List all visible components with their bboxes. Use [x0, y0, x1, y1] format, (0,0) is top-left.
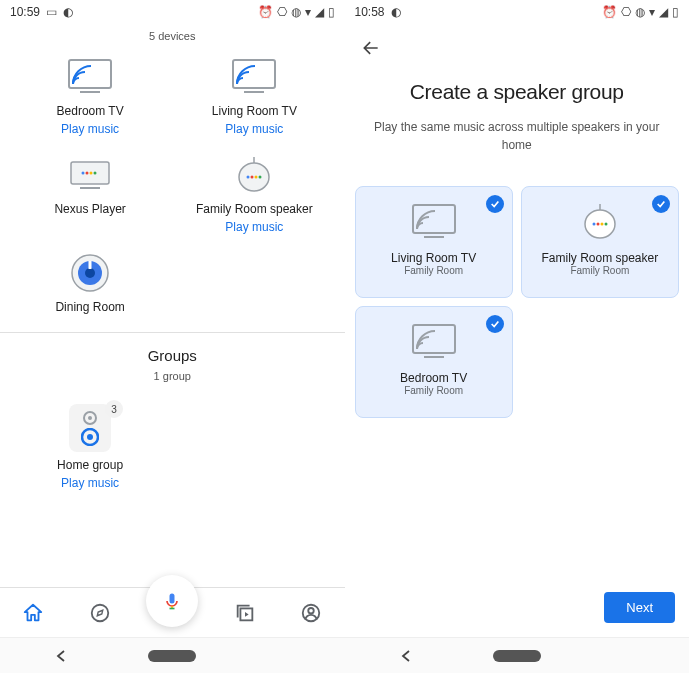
play-music-link[interactable]: Play music — [61, 122, 119, 136]
device-tile-dining-room[interactable]: Dining Room — [8, 242, 172, 322]
device-tile-living-room-tv[interactable]: Living Room TV Play music — [172, 46, 336, 144]
device-tile-family-room-speaker[interactable]: Family Room speaker Play music — [172, 144, 336, 242]
svg-point-8 — [90, 172, 93, 175]
nest-icon — [62, 252, 118, 294]
svg-point-31 — [309, 607, 315, 613]
svg-point-15 — [259, 176, 262, 179]
svg-point-12 — [247, 176, 250, 179]
check-icon — [486, 195, 504, 213]
speaker-tile-family-room-speaker[interactable]: Family Room speaker Family Room — [521, 186, 679, 298]
back-icon[interactable] — [54, 649, 68, 663]
back-icon[interactable] — [399, 649, 413, 663]
tv-icon — [62, 56, 118, 98]
svg-point-36 — [592, 223, 595, 226]
speaker-room: Family Room — [404, 385, 463, 396]
svg-point-38 — [600, 223, 603, 226]
groups-title: Groups — [0, 347, 345, 364]
signal-icon: ◢ — [659, 5, 668, 19]
tv-icon — [406, 201, 462, 243]
device-tile-nexus-player[interactable]: Nexus Player — [8, 144, 172, 242]
group-tile-home-group[interactable]: 3 Home group Play music — [8, 394, 172, 498]
nav-account[interactable] — [291, 593, 331, 633]
page-subtitle: Play the same music across multiple spea… — [345, 118, 690, 154]
svg-point-18 — [85, 268, 95, 278]
svg-point-13 — [251, 176, 254, 179]
alarm-icon: ⏰ — [258, 5, 273, 19]
player-icon — [62, 154, 118, 196]
devices-grid: Bedroom TV Play music Living Room TV Pla… — [0, 46, 345, 322]
svg-point-35 — [585, 210, 615, 238]
notification-icon: ▭ — [46, 5, 57, 19]
svg-point-7 — [86, 172, 89, 175]
check-icon — [486, 315, 504, 333]
android-nav-bar — [0, 637, 345, 673]
speaker-room: Family Room — [570, 265, 629, 276]
bottom-nav — [0, 587, 345, 637]
svg-point-23 — [87, 434, 93, 440]
svg-rect-25 — [170, 593, 175, 603]
wifi-icon: ▾ — [305, 5, 311, 19]
wifi-icon: ▾ — [649, 5, 655, 19]
speaker-name: Living Room TV — [391, 251, 476, 265]
status-bar: 10:59 ▭ ◐ ⏰ ⎔ ◍ ▾ ◢ ▯ — [0, 0, 345, 24]
play-music-link[interactable]: Play music — [225, 220, 283, 234]
speaker-tile-living-room-tv[interactable]: Living Room TV Family Room — [355, 186, 513, 298]
tv-icon — [406, 321, 462, 363]
svg-point-6 — [82, 172, 85, 175]
home-pill[interactable] — [148, 650, 196, 662]
notification-icon: ◐ — [391, 5, 401, 19]
location-icon: ⎔ — [621, 5, 631, 19]
battery-icon: ▯ — [328, 5, 335, 19]
groups-grid: 3 Home group Play music — [0, 386, 345, 498]
battery-icon: ▯ — [672, 5, 679, 19]
svg-point-24 — [92, 604, 109, 621]
speaker-mini-icon — [572, 201, 628, 243]
groups-count: 1 group — [0, 364, 345, 386]
tv-icon — [226, 56, 282, 98]
vibrate-icon: ◍ — [291, 5, 301, 19]
play-music-link[interactable]: Play music — [225, 122, 283, 136]
location-icon: ⎔ — [277, 5, 287, 19]
device-name: Living Room TV — [212, 104, 297, 118]
svg-rect-19 — [89, 261, 92, 269]
group-name: Home group — [57, 458, 123, 472]
device-name: Family Room speaker — [196, 202, 313, 216]
page-title: Create a speaker group — [345, 80, 690, 104]
next-button[interactable]: Next — [604, 592, 675, 623]
device-tile-bedroom-tv[interactable]: Bedroom TV Play music — [8, 46, 172, 144]
nav-discover[interactable] — [80, 593, 120, 633]
speaker-name: Bedroom TV — [400, 371, 467, 385]
group-icon: 3 — [69, 404, 111, 452]
svg-point-37 — [596, 223, 599, 226]
screen-create-speaker-group: 10:58 ◐ ⏰ ⎔ ◍ ▾ ◢ ▯ Create a speaker gro… — [345, 0, 690, 673]
back-button[interactable] — [345, 24, 690, 62]
svg-point-39 — [604, 223, 607, 226]
status-time: 10:59 — [10, 5, 40, 19]
home-pill[interactable] — [493, 650, 541, 662]
nav-mic-button[interactable] — [146, 575, 198, 627]
android-nav-bar — [345, 637, 690, 673]
speaker-tile-bedroom-tv[interactable]: Bedroom TV Family Room — [355, 306, 513, 418]
speaker-name: Family Room speaker — [542, 251, 659, 265]
screen-google-home: 10:59 ▭ ◐ ⏰ ⎔ ◍ ▾ ◢ ▯ 5 devices Bedroom … — [0, 0, 345, 673]
speaker-grid: Living Room TV Family Room Family Room s… — [345, 186, 690, 418]
nav-home[interactable] — [13, 593, 53, 633]
signal-icon: ◢ — [315, 5, 324, 19]
status-time: 10:58 — [355, 5, 385, 19]
device-name: Bedroom TV — [57, 104, 124, 118]
arrow-left-icon — [361, 38, 381, 58]
svg-point-21 — [88, 416, 92, 420]
svg-marker-29 — [245, 612, 249, 617]
nav-media[interactable] — [225, 593, 265, 633]
svg-point-9 — [94, 172, 97, 175]
divider — [0, 332, 345, 333]
play-music-link[interactable]: Play music — [61, 476, 119, 490]
alarm-icon: ⏰ — [602, 5, 617, 19]
svg-point-11 — [239, 163, 269, 191]
vibrate-icon: ◍ — [635, 5, 645, 19]
devices-count: 5 devices — [0, 24, 345, 46]
notification-icon: ◐ — [63, 5, 73, 19]
status-bar: 10:58 ◐ ⏰ ⎔ ◍ ▾ ◢ ▯ — [345, 0, 690, 24]
speaker-mini-icon — [226, 154, 282, 196]
device-name: Nexus Player — [54, 202, 125, 216]
